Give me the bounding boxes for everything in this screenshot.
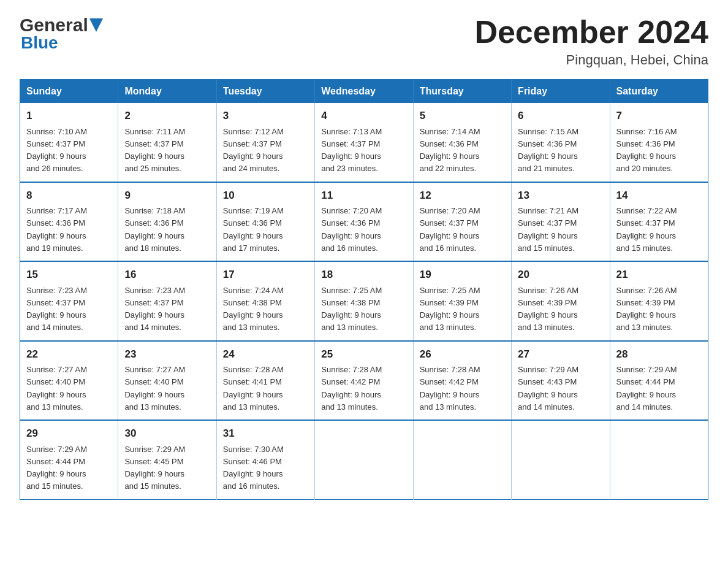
page-title: December 2024 [474,15,708,50]
header-cell-saturday: Saturday [610,80,708,104]
svg-marker-0 [89,18,103,32]
calendar-cell: 10 Sunrise: 7:19 AMSunset: 4:36 PMDaylig… [216,182,314,262]
day-number: 10 [223,188,308,204]
day-info: Sunrise: 7:27 AMSunset: 4:40 PMDaylight:… [26,365,87,412]
calendar-week-2: 8 Sunrise: 7:17 AMSunset: 4:36 PMDayligh… [20,182,708,262]
calendar-cell: 20 Sunrise: 7:26 AMSunset: 4:39 PMDaylig… [512,261,610,341]
day-info: Sunrise: 7:11 AMSunset: 4:37 PMDaylight:… [124,127,185,174]
calendar-table: SundayMondayTuesdayWednesdayThursdayFrid… [20,79,708,500]
day-number: 27 [518,347,603,362]
page-header: General Blue December 2024 Pingquan, Heb… [20,15,708,68]
day-info: Sunrise: 7:18 AMSunset: 4:36 PMDaylight:… [124,206,185,253]
calendar-cell: 29 Sunrise: 7:29 AMSunset: 4:44 PMDaylig… [20,420,118,499]
day-info: Sunrise: 7:13 AMSunset: 4:37 PMDaylight:… [321,127,382,174]
calendar-cell: 18 Sunrise: 7:25 AMSunset: 4:38 PMDaylig… [315,261,413,341]
calendar-cell [610,420,708,499]
header-cell-tuesday: Tuesday [216,80,314,104]
day-number: 9 [124,188,210,204]
day-number: 1 [26,108,112,124]
calendar-cell: 2 Sunrise: 7:11 AMSunset: 4:37 PMDayligh… [118,103,216,182]
day-number: 11 [321,188,406,204]
header-cell-wednesday: Wednesday [315,80,413,104]
day-number: 12 [420,188,505,204]
day-number: 18 [321,267,406,283]
logo-general-text: General [20,15,88,36]
day-number: 24 [223,347,308,362]
calendar-cell: 6 Sunrise: 7:15 AMSunset: 4:36 PMDayligh… [512,103,610,182]
day-number: 21 [616,267,702,283]
day-number: 6 [518,108,603,124]
calendar-cell: 4 Sunrise: 7:13 AMSunset: 4:37 PMDayligh… [315,103,413,182]
calendar-cell: 22 Sunrise: 7:27 AMSunset: 4:40 PMDaylig… [20,341,118,421]
day-info: Sunrise: 7:14 AMSunset: 4:36 PMDaylight:… [420,127,480,174]
calendar-cell [512,420,610,499]
day-info: Sunrise: 7:28 AMSunset: 4:41 PMDaylight:… [223,365,284,412]
day-info: Sunrise: 7:26 AMSunset: 4:39 PMDaylight:… [518,286,578,332]
header-cell-monday: Monday [118,80,216,104]
day-info: Sunrise: 7:25 AMSunset: 4:38 PMDaylight:… [321,286,382,332]
calendar-cell: 21 Sunrise: 7:26 AMSunset: 4:39 PMDaylig… [610,261,708,341]
calendar-cell: 31 Sunrise: 7:30 AMSunset: 4:46 PMDaylig… [216,420,314,499]
calendar-week-5: 29 Sunrise: 7:29 AMSunset: 4:44 PMDaylig… [20,420,708,499]
calendar-cell: 17 Sunrise: 7:24 AMSunset: 4:38 PMDaylig… [216,261,314,341]
day-number: 26 [420,347,505,362]
day-info: Sunrise: 7:28 AMSunset: 4:42 PMDaylight:… [321,365,382,412]
header-cell-sunday: Sunday [20,80,118,104]
day-info: Sunrise: 7:25 AMSunset: 4:39 PMDaylight:… [420,286,480,332]
day-number: 28 [616,347,702,362]
calendar-header: SundayMondayTuesdayWednesdayThursdayFrid… [20,80,708,104]
day-info: Sunrise: 7:30 AMSunset: 4:46 PMDaylight:… [223,445,284,491]
day-info: Sunrise: 7:20 AMSunset: 4:37 PMDaylight:… [420,206,480,253]
calendar-cell: 3 Sunrise: 7:12 AMSunset: 4:37 PMDayligh… [216,103,314,182]
calendar-cell: 16 Sunrise: 7:23 AMSunset: 4:37 PMDaylig… [118,261,216,341]
calendar-cell: 23 Sunrise: 7:27 AMSunset: 4:40 PMDaylig… [118,341,216,421]
calendar-cell: 5 Sunrise: 7:14 AMSunset: 4:36 PMDayligh… [413,103,511,182]
day-number: 30 [124,426,210,442]
day-number: 19 [420,267,505,283]
day-number: 4 [321,108,406,124]
header-row: SundayMondayTuesdayWednesdayThursdayFrid… [20,80,708,104]
day-info: Sunrise: 7:29 AMSunset: 4:43 PMDaylight:… [518,365,578,412]
day-number: 5 [420,108,505,124]
calendar-week-3: 15 Sunrise: 7:23 AMSunset: 4:37 PMDaylig… [20,261,708,341]
day-number: 20 [518,267,603,283]
day-info: Sunrise: 7:27 AMSunset: 4:40 PMDaylight:… [124,365,185,412]
calendar-cell: 12 Sunrise: 7:20 AMSunset: 4:37 PMDaylig… [413,182,511,262]
day-number: 31 [223,426,308,442]
header-cell-friday: Friday [512,80,610,104]
day-info: Sunrise: 7:28 AMSunset: 4:42 PMDaylight:… [420,365,480,412]
day-info: Sunrise: 7:20 AMSunset: 4:36 PMDaylight:… [321,206,382,253]
calendar-week-4: 22 Sunrise: 7:27 AMSunset: 4:40 PMDaylig… [20,341,708,421]
calendar-cell: 27 Sunrise: 7:29 AMSunset: 4:43 PMDaylig… [512,341,610,421]
day-info: Sunrise: 7:10 AMSunset: 4:37 PMDaylight:… [26,127,87,174]
day-info: Sunrise: 7:26 AMSunset: 4:39 PMDaylight:… [616,286,677,332]
day-number: 16 [124,267,210,283]
logo: General Blue [20,15,104,53]
logo-blue-text: Blue [21,33,58,53]
calendar-cell [413,420,511,499]
day-info: Sunrise: 7:12 AMSunset: 4:37 PMDaylight:… [223,127,284,174]
day-number: 29 [26,426,112,442]
calendar-cell: 7 Sunrise: 7:16 AMSunset: 4:36 PMDayligh… [610,103,708,182]
calendar-cell: 14 Sunrise: 7:22 AMSunset: 4:37 PMDaylig… [610,182,708,262]
day-info: Sunrise: 7:15 AMSunset: 4:36 PMDaylight:… [518,127,578,174]
day-info: Sunrise: 7:17 AMSunset: 4:36 PMDaylight:… [26,206,87,253]
header-cell-thursday: Thursday [413,80,511,104]
day-info: Sunrise: 7:29 AMSunset: 4:44 PMDaylight:… [616,365,677,412]
day-number: 8 [26,188,112,204]
day-number: 2 [124,108,210,124]
calendar-cell: 26 Sunrise: 7:28 AMSunset: 4:42 PMDaylig… [413,341,511,421]
calendar-cell: 19 Sunrise: 7:25 AMSunset: 4:39 PMDaylig… [413,261,511,341]
day-number: 23 [124,347,210,362]
calendar-cell: 9 Sunrise: 7:18 AMSunset: 4:36 PMDayligh… [118,182,216,262]
logo-arrow-icon [89,18,103,32]
calendar-cell: 8 Sunrise: 7:17 AMSunset: 4:36 PMDayligh… [20,182,118,262]
calendar-cell: 15 Sunrise: 7:23 AMSunset: 4:37 PMDaylig… [20,261,118,341]
calendar-cell: 28 Sunrise: 7:29 AMSunset: 4:44 PMDaylig… [610,341,708,421]
day-info: Sunrise: 7:29 AMSunset: 4:44 PMDaylight:… [26,445,87,491]
day-number: 14 [616,188,702,204]
calendar-cell: 30 Sunrise: 7:29 AMSunset: 4:45 PMDaylig… [118,420,216,499]
day-number: 7 [616,108,702,124]
day-number: 3 [223,108,308,124]
day-number: 17 [223,267,308,283]
